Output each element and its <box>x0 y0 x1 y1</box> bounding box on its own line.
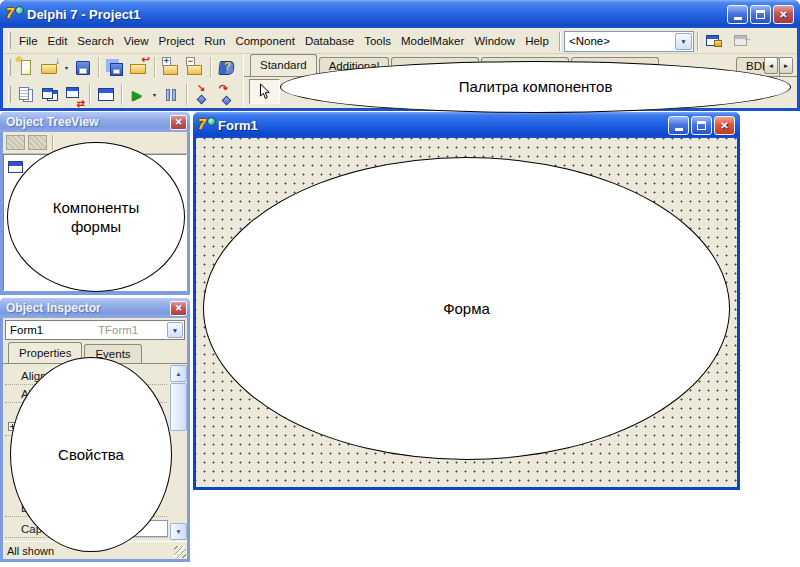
save-all-button[interactable] <box>103 56 127 80</box>
run-dropdown-arrow[interactable]: ▾ <box>150 83 159 107</box>
inspector-close-button[interactable]: ✕ <box>170 301 187 316</box>
menu-items: File Edit Search View Project Run Compon… <box>14 31 554 51</box>
toolbar-separator <box>121 84 123 105</box>
close-icon: ✕ <box>175 117 183 127</box>
toolbar-gripper[interactable] <box>8 59 11 76</box>
menu-help[interactable]: Help <box>520 31 554 51</box>
form-maximize-button[interactable] <box>691 116 712 135</box>
minimize-icon <box>675 128 683 131</box>
view-unit-icon <box>16 85 36 105</box>
desktop-toolbar: <None> ▼ <box>559 29 753 53</box>
palette-tab-standard[interactable]: Standard <box>250 54 317 76</box>
main-title-bar[interactable]: 7 Delphi 7 - Project1 ✕ <box>0 0 800 28</box>
save-icon <box>73 58 93 78</box>
form-icon: 7 <box>198 117 214 133</box>
help-button[interactable] <box>215 56 239 80</box>
help-icon <box>217 58 237 78</box>
add-file-to-project-button[interactable] <box>159 56 183 80</box>
pointer-tool-button[interactable] <box>249 79 280 104</box>
annotation-form: Форма <box>203 157 730 460</box>
new-items-button[interactable] <box>14 56 38 80</box>
toggle-form-unit-button[interactable] <box>62 83 86 107</box>
view-form-icon <box>40 85 60 105</box>
remove-file-icon <box>185 58 205 78</box>
menu-file[interactable]: File <box>14 31 43 51</box>
palette-scroll-buttons: ◄ ► <box>764 57 793 74</box>
form-close-button[interactable]: ✕ <box>714 116 735 135</box>
menu-run[interactable]: Run <box>199 31 230 51</box>
menu-database[interactable]: Database <box>300 31 359 51</box>
add-file-icon <box>161 58 181 78</box>
toolbar-gripper[interactable] <box>8 86 11 103</box>
scroll-down-icon[interactable]: ▼ <box>170 523 187 540</box>
menu-search[interactable]: Search <box>72 31 118 51</box>
standard-toolbars: ▾ ▾ <box>3 54 243 108</box>
open-button[interactable] <box>38 56 62 80</box>
minimize-icon <box>734 17 742 20</box>
palette-scroll-right-icon[interactable]: ► <box>779 57 793 74</box>
form-window-controls: ✕ <box>668 116 735 135</box>
open-icon <box>40 58 60 78</box>
save-desktop-button[interactable] <box>702 29 726 53</box>
annotation-form-components: Компоненты формы <box>7 142 185 292</box>
run-button[interactable] <box>126 83 150 107</box>
close-icon: ✕ <box>779 9 787 20</box>
maximize-button[interactable] <box>750 5 771 24</box>
close-icon: ✕ <box>720 120 728 131</box>
scrollbar-thumb[interactable] <box>170 383 187 431</box>
treeview-close-button[interactable]: ✕ <box>170 115 187 130</box>
toolbar-row-2: ▾ <box>3 81 243 108</box>
trace-into-button[interactable] <box>191 83 215 107</box>
new-form-icon <box>96 85 116 105</box>
toggle-form-unit-icon <box>64 85 84 105</box>
toolbar-separator <box>98 57 100 78</box>
save-all-icon <box>105 58 125 78</box>
main-window-controls: ✕ <box>727 5 794 24</box>
remove-file-from-project-button[interactable] <box>183 56 207 80</box>
form-minimize-button[interactable] <box>668 116 689 135</box>
resize-grip[interactable] <box>174 546 186 558</box>
annotation-properties: Свойства <box>10 357 172 552</box>
menu-modelmaker[interactable]: ModelMaker <box>396 31 469 51</box>
scroll-up-icon[interactable]: ▲ <box>170 365 187 382</box>
annotation-text: Компоненты формы <box>40 198 152 237</box>
close-button[interactable]: ✕ <box>773 5 794 24</box>
step-over-button[interactable] <box>215 83 239 107</box>
form-node-icon[interactable] <box>8 161 23 173</box>
menu-tools[interactable]: Tools <box>359 31 396 51</box>
status-text: All shown <box>7 545 54 557</box>
menu-project[interactable]: Project <box>154 31 200 51</box>
separator <box>559 32 561 51</box>
treeview-new-item-icon[interactable] <box>6 135 25 150</box>
set-debug-desktop-button[interactable] <box>729 29 753 53</box>
inspector-scrollbar: ▲ ▼ <box>170 365 187 541</box>
palette-scroll-left-icon[interactable]: ◄ <box>764 57 778 74</box>
menubar-gripper[interactable] <box>8 32 11 49</box>
desktop-combo[interactable]: <None> ▼ <box>564 31 694 52</box>
open-dropdown-arrow[interactable]: ▾ <box>62 56 71 80</box>
object-selector-combo[interactable]: Form1 TForm1 ▼ <box>5 320 185 340</box>
desktop-combo-value: <None> <box>569 35 610 47</box>
pause-button[interactable] <box>159 83 183 107</box>
object-combo-dropdown-icon[interactable]: ▼ <box>167 322 183 338</box>
minimize-button[interactable] <box>727 5 748 24</box>
menu-edit[interactable]: Edit <box>43 31 73 51</box>
treeview-delete-item-icon[interactable] <box>28 135 47 150</box>
object-selector-row: Form1 TForm1 ▼ <box>3 318 187 342</box>
treeview-title-bar[interactable]: Object TreeView ✕ <box>0 112 190 132</box>
view-unit-button[interactable] <box>14 83 38 107</box>
save-button[interactable] <box>71 56 95 80</box>
menu-view[interactable]: View <box>119 31 154 51</box>
form-title-bar[interactable]: 7 Form1 ✕ <box>193 112 740 138</box>
view-form-button[interactable] <box>38 83 62 107</box>
desktop-combo-dropdown-icon[interactable]: ▼ <box>675 33 692 50</box>
menu-window[interactable]: Window <box>469 31 520 51</box>
pause-icon <box>161 85 181 105</box>
maximize-icon <box>697 121 706 130</box>
menu-component[interactable]: Component <box>230 31 299 51</box>
inspector-title-bar[interactable]: Object Inspector ✕ <box>0 298 190 318</box>
new-form-button[interactable] <box>94 83 118 107</box>
open-project-button[interactable] <box>127 56 151 80</box>
cursor-arrow-icon <box>259 83 271 100</box>
selected-object-type: TForm1 <box>98 324 138 336</box>
